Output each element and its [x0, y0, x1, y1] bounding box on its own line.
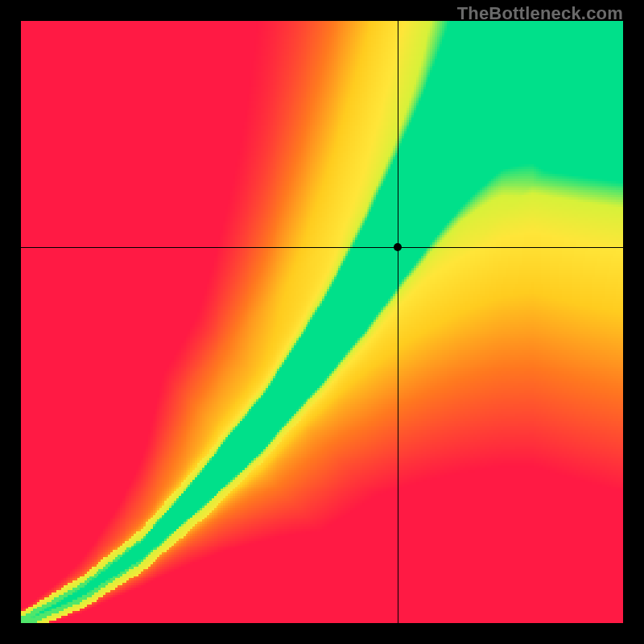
crosshair-marker [394, 243, 402, 251]
crosshair-vertical [398, 21, 398, 623]
chart-container: TheBottleneck.com [0, 0, 644, 644]
crosshair-horizontal [21, 247, 623, 248]
bottleneck-heatmap [21, 21, 623, 623]
watermark-text: TheBottleneck.com [457, 3, 623, 24]
